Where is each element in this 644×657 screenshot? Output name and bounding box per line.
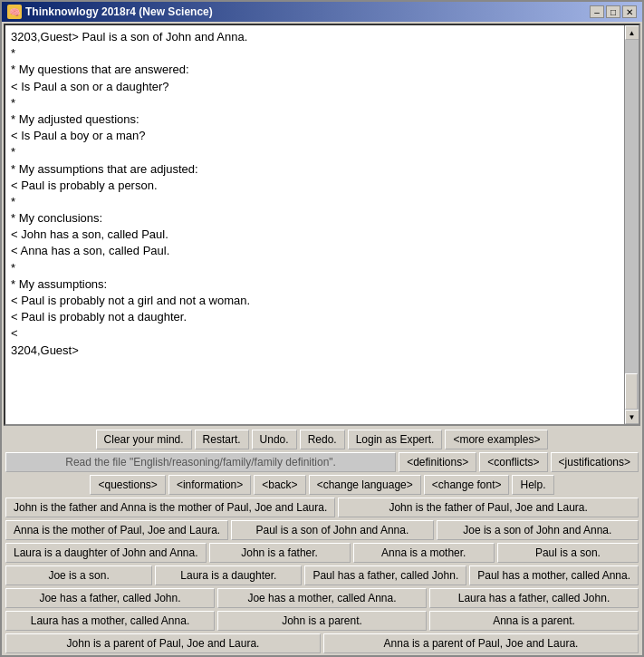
scroll-thumb[interactable]: [625, 373, 638, 410]
title-bar-left: 🧠 Thinknowlogy 2018r4 (New Science): [7, 5, 213, 19]
sentence-row-3: Laura is a daughter of John and Anna. Jo…: [5, 543, 639, 563]
sentence-btn-4-2[interactable]: Laura is a daughter.: [155, 565, 302, 585]
clear-button[interactable]: Clear your mind.: [96, 430, 192, 449]
sentence-btn-5-1[interactable]: Joe has a father, called John.: [5, 588, 215, 608]
buttons-area: Clear your mind. Restart. Undo. Redo. Lo…: [2, 428, 642, 655]
sentence-btn-7-1[interactable]: John is a parent of Paul, Joe and Laura.: [5, 633, 321, 653]
file-row: Read the file "English/reasoning/family/…: [5, 452, 639, 472]
toolbar-row: Clear your mind. Restart. Undo. Redo. Lo…: [5, 430, 639, 449]
sentence-row-5: Joe has a father, called John. Joe has a…: [5, 588, 639, 608]
window-title: Thinknowlogy 2018r4 (New Science): [25, 5, 213, 18]
sentence-btn-2-1[interactable]: Anna is the mother of Paul, Joe and Laur…: [5, 520, 228, 540]
title-buttons: – □ ✕: [590, 5, 637, 18]
maximize-button[interactable]: □: [606, 5, 620, 18]
text-display: 3203,Guest> Paul is a son of John and An…: [5, 25, 624, 424]
scroll-down-button[interactable]: ▼: [625, 410, 639, 424]
login-expert-button[interactable]: Login as Expert.: [348, 430, 443, 449]
sentence-btn-6-1[interactable]: Laura has a mother, called Anna.: [5, 611, 215, 631]
sentence-btn-2-3[interactable]: Joe is a son of John and Anna.: [437, 520, 639, 540]
nav-row: <questions> <information> <back> <change…: [5, 475, 639, 495]
sentence-btn-3-3[interactable]: Anna is a mother.: [353, 543, 495, 563]
close-button[interactable]: ✕: [622, 5, 637, 18]
scrollbar[interactable]: ▲ ▼: [624, 25, 639, 424]
scroll-track[interactable]: [625, 40, 639, 410]
sentence-btn-4-3[interactable]: Paul has a father, called John.: [304, 565, 466, 585]
redo-button[interactable]: Redo.: [300, 430, 345, 449]
sentence-btn-6-2[interactable]: John is a parent.: [217, 611, 427, 631]
app-icon: 🧠: [7, 5, 22, 19]
information-button[interactable]: <information>: [168, 475, 251, 495]
undo-button[interactable]: Undo.: [252, 430, 297, 449]
sentence-row-4: Joe is a son. Laura is a daughter. Paul …: [5, 565, 639, 585]
definitions-button[interactable]: <definitions>: [399, 452, 476, 472]
back-button[interactable]: <back>: [254, 475, 305, 495]
sentence-btn-2-2[interactable]: Paul is a son of John and Anna.: [231, 520, 433, 540]
title-bar: 🧠 Thinknowlogy 2018r4 (New Science) – □ …: [2, 2, 642, 22]
main-window: 🧠 Thinknowlogy 2018r4 (New Science) – □ …: [0, 0, 644, 657]
main-content: 3203,Guest> Paul is a son of John and An…: [2, 22, 642, 655]
sentence-btn-4-1[interactable]: Joe is a son.: [5, 565, 152, 585]
change-font-button[interactable]: <change font>: [424, 475, 510, 495]
change-language-button[interactable]: <change language>: [309, 475, 421, 495]
sentence-btn-7-2[interactable]: Anna is a parent of Paul, Joe and Laura.: [323, 633, 639, 653]
sentence-btn-5-3[interactable]: Laura has a father, called John.: [429, 588, 639, 608]
sentence-row-1: John is the father and Anna is the mothe…: [5, 498, 639, 517]
more-examples-button[interactable]: <more examples>: [445, 430, 548, 449]
help-button[interactable]: Help.: [512, 475, 553, 495]
sentence-btn-4-4[interactable]: Paul has a mother, called Anna.: [469, 565, 639, 585]
sentence-btn-5-2[interactable]: Joe has a mother, called Anna.: [217, 588, 427, 608]
questions-button[interactable]: <questions>: [90, 475, 165, 495]
text-display-container: 3203,Guest> Paul is a son of John and An…: [4, 24, 640, 426]
scroll-up-button[interactable]: ▲: [625, 25, 639, 40]
minimize-button[interactable]: –: [590, 5, 604, 18]
sentence-row-7: John is a parent of Paul, Joe and Laura.…: [5, 633, 639, 653]
read-file-button[interactable]: Read the file "English/reasoning/family/…: [5, 452, 396, 472]
sentence-btn-3-2[interactable]: John is a father.: [209, 543, 351, 563]
conflicts-button[interactable]: <conflicts>: [479, 452, 547, 472]
sentence-btn-3-4[interactable]: Paul is a son.: [497, 543, 639, 563]
sentence-btn-3-1[interactable]: Laura is a daughter of John and Anna.: [5, 543, 207, 563]
sentence-row-6: Laura has a mother, called Anna. John is…: [5, 611, 639, 631]
justifications-button[interactable]: <justifications>: [551, 452, 639, 472]
sentence-btn-1-1[interactable]: John is the father and Anna is the mothe…: [5, 498, 335, 517]
restart-button[interactable]: Restart.: [195, 430, 249, 449]
sentence-row-2: Anna is the mother of Paul, Joe and Laur…: [5, 520, 639, 540]
sentence-btn-1-2[interactable]: John is the father of Paul, Joe and Laur…: [338, 498, 639, 517]
sentence-btn-6-3[interactable]: Anna is a parent.: [429, 611, 639, 631]
